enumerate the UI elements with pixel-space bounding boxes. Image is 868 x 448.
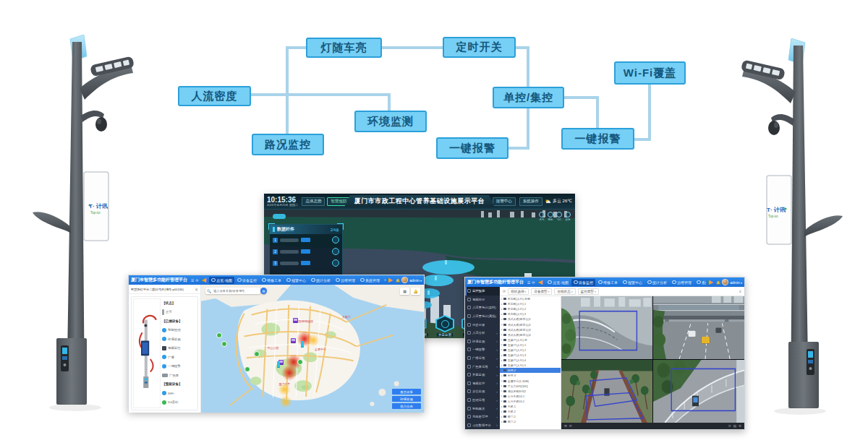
camera-item[interactable]: 演武大桥(观景台)3	[500, 327, 561, 332]
map-marker-pole[interactable]	[277, 361, 280, 367]
nav-scroll-left-icon[interactable]: ◀	[202, 277, 206, 283]
camera-item[interactable]: 人行天桥03-1	[500, 394, 561, 399]
settings-icon[interactable]: ⚙	[739, 424, 741, 428]
locate-icon[interactable]	[332, 236, 339, 244]
collapse-icon[interactable]: ≡	[739, 289, 741, 293]
map-marker-pole[interactable]	[301, 341, 304, 347]
locate-icon[interactable]	[332, 259, 339, 267]
camera-item[interactable]: 五缘湾(人行)-2	[500, 348, 561, 353]
nav-tab[interactable]: 系统管理	[358, 277, 382, 284]
map-marker-monitor[interactable]	[291, 338, 296, 343]
single-layout-icon[interactable]: ⊡	[569, 424, 572, 428]
scene-tool-button[interactable]: 视角	[548, 212, 553, 221]
sidebar-item[interactable]: 照明运维	[465, 396, 500, 405]
sidebar-item[interactable]: 监控预览	[465, 287, 500, 296]
sidebar-item[interactable]: 广告屏运维	[465, 362, 500, 371]
avatar[interactable]	[401, 277, 408, 283]
camera-item[interactable]: 天桥-2	[500, 409, 561, 414]
nav-tab[interactable]: 总览·地图	[545, 279, 571, 286]
panel-row[interactable]: 1	[270, 234, 342, 246]
menu-icon[interactable]: ☰	[191, 278, 194, 283]
nav-tab[interactable]: 运维管理	[333, 277, 357, 284]
panel-row[interactable]: 2	[270, 246, 342, 257]
sidebar-item[interactable]: 历史记录	[465, 320, 500, 329]
nav-scroll-right-icon[interactable]: ▶	[709, 280, 713, 285]
user-name[interactable]: admin	[730, 280, 742, 285]
scene-tool-button[interactable]: 天气	[539, 212, 545, 221]
grid-layout-icon[interactable]: ⊞	[564, 424, 567, 428]
avatar[interactable]	[722, 279, 728, 285]
camera-item[interactable]: 五缘湾(人行)-1	[500, 343, 561, 348]
nav-tab[interactable]: 平台配置	[383, 277, 386, 284]
nav-tab[interactable]: 统计分析	[645, 279, 669, 286]
city-map[interactable]: 厦门园林植物园会展中心 中山公园厦门大学五缘湾	[201, 285, 424, 413]
map-layer-button[interactable]: 显示设备	[392, 389, 421, 395]
refresh-icon[interactable]: ⟳	[195, 278, 198, 283]
map-marker-monitor[interactable]	[293, 318, 298, 322]
nav-tab[interactable]: 维修工单	[596, 279, 620, 286]
locate-icon[interactable]	[332, 248, 339, 255]
layer-grid-button[interactable]: ▦	[400, 288, 409, 295]
layer-toggle-pill[interactable]	[273, 214, 286, 219]
camera-item[interactable]: 环岛路(人行)-3	[500, 311, 561, 316]
dock-button[interactable]: 井盖监测	[435, 315, 454, 337]
nav-tab[interactable]: 维修工单	[260, 277, 284, 284]
refresh-icon[interactable]: ⟳	[532, 280, 535, 285]
menu-icon[interactable]: ☰	[527, 280, 530, 285]
map-marker-person[interactable]	[221, 341, 227, 347]
camera-item[interactable]: 五缘湾(人行)-3	[500, 353, 561, 358]
camera-item[interactable]: 湖滨东路杆站2	[500, 389, 561, 394]
sidebar-item[interactable]: 人流量统计(离线)	[465, 312, 500, 321]
sidebar-item[interactable]: 视频回放	[465, 296, 500, 304]
camera-item[interactable]: 杆件-2	[500, 368, 561, 373]
close-icon[interactable]: ✕	[195, 287, 198, 292]
overall-situation-button[interactable]: 总体态势	[302, 197, 325, 206]
sidebar-item[interactable]: 水位监测	[465, 387, 500, 396]
nav-scroll-left-icon[interactable]: ◀	[538, 280, 542, 285]
camera-item[interactable]: 演武大桥(观景台)4	[500, 332, 561, 337]
map-search-box[interactable]: 🔍	[205, 288, 260, 294]
alarm-list-button[interactable]: 🔔	[411, 288, 420, 295]
nav-tab[interactable]: 设备监控	[571, 279, 595, 286]
scene-tool-button[interactable]: 设置	[565, 212, 571, 221]
camera-item[interactable]: 天桥-1	[500, 404, 561, 409]
bell-icon[interactable]: 🔔	[716, 280, 720, 285]
list-icon[interactable]: ▤	[733, 424, 736, 428]
camera-item[interactable]: 五缘湾(人行)-东	[500, 337, 561, 343]
nav-tab[interactable]: 报警中心	[284, 277, 308, 284]
sidebar-item[interactable]: 环境监测	[465, 337, 500, 346]
video-feed-footbridge[interactable]	[653, 360, 744, 423]
camera-item[interactable]: 路口-2	[500, 419, 561, 424]
camera-item[interactable]: 演武大桥(观景台)1	[500, 316, 561, 322]
sidebar-item[interactable]: 井盖监测	[465, 371, 500, 379]
map-marker-person[interactable]	[244, 366, 250, 372]
camera-item[interactable]: 路口-1	[500, 414, 561, 419]
camera-item[interactable]: 人行天桥03-2	[500, 399, 561, 404]
nav-tab[interactable]: 报警中心	[621, 279, 644, 286]
bell-icon[interactable]: 🔔	[396, 278, 400, 283]
filter-dropdown[interactable]: 组织选择	[508, 288, 529, 295]
nav-tab[interactable]: 统计分析	[309, 277, 333, 284]
scene-tool-button[interactable]: 飞行	[556, 212, 562, 221]
camera-item[interactable]: 会展中心(1-30M)	[500, 379, 561, 384]
camera-item[interactable]: 五缘湾(人行)-4	[500, 358, 561, 363]
camera-item[interactable]: 演武大桥(观景台)2	[500, 322, 561, 327]
camera-item[interactable]: 五缘湾(人行)-5	[500, 363, 561, 368]
map-marker-person[interactable]	[297, 359, 303, 365]
filter-dropdown[interactable]: 在线状态	[554, 288, 575, 295]
filter-dropdown[interactable]: 监控类型	[578, 288, 599, 295]
video-feed-overpass-road[interactable]	[653, 296, 744, 359]
map-marker-person[interactable]	[216, 332, 222, 338]
camera-item[interactable]: 平台六杆站(301)	[500, 384, 561, 389]
refresh-icon[interactable]: ⟳	[503, 289, 506, 293]
nav-tab[interactable]: 运维管理	[670, 279, 694, 286]
nav-tab[interactable]: 设备监控	[235, 277, 259, 284]
sidebar-item[interactable]: 人流分析	[465, 329, 500, 337]
sidebar-item[interactable]: 小区数据平台	[465, 421, 500, 430]
filter-dropdown[interactable]: 设备类型	[531, 288, 552, 295]
sidebar-item[interactable]: 一键报警	[465, 345, 500, 354]
camera-item[interactable]: 环岛路(人行)-1	[500, 301, 561, 306]
nav-tab[interactable]: 总览·地图	[209, 277, 234, 284]
nav-scroll-right-icon[interactable]: ▶	[388, 277, 393, 283]
camera-item[interactable]: 杆件-3	[500, 373, 561, 378]
